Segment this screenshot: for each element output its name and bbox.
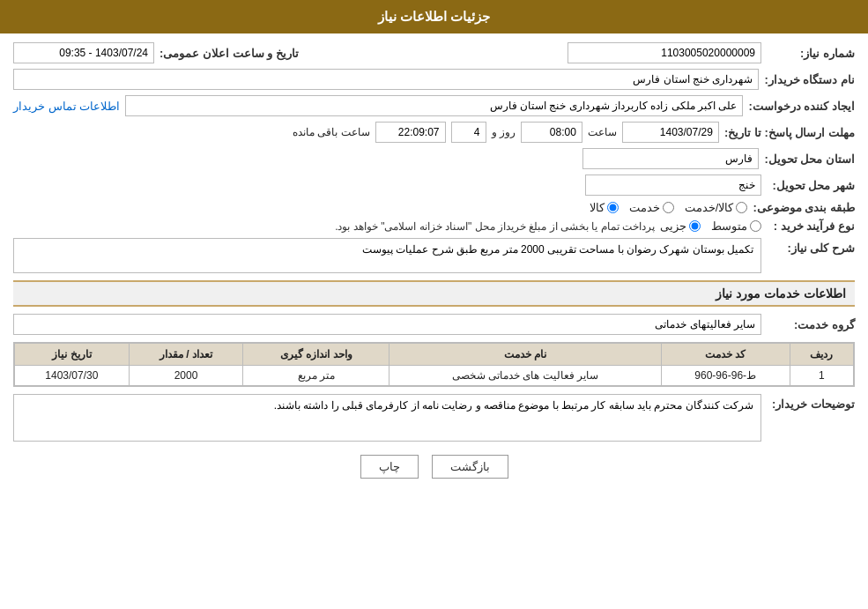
service-group-input <box>13 314 761 335</box>
row-creator: ایجاد کننده درخواست: اطلاعات تماس خریدار <box>13 95 855 116</box>
row-buyer-notes: توضیحات خریدار: شرکت کنندگان محترم باید … <box>13 394 855 442</box>
category-radio-kala-khedmat[interactable] <box>736 202 747 213</box>
category-option-khedmat: خدمت <box>629 201 674 214</box>
city-input <box>585 175 761 196</box>
creator-label: ایجاد کننده درخواست: <box>748 100 855 113</box>
row-category: طبقه بندی موضوعی: کالا/خدمت خدمت کالا <box>13 201 855 214</box>
row-general-desc: شرح کلی نیاز: تکمیل بوستان شهرک رضوان با… <box>13 238 855 273</box>
services-table-container: ردیف کد خدمت نام خدمت واحد اندازه گیری ت… <box>13 342 855 387</box>
cell-name: سایر فعالیت های خدماتی شخصی <box>389 366 661 386</box>
purchase-note: پرداخت تمام یا بخشی از مبلغ خریداز محل "… <box>335 220 655 233</box>
page-header: جزئیات اطلاعات نیاز <box>0 0 868 33</box>
announce-date-label: تاریخ و ساعت اعلان عمومی: <box>160 47 299 60</box>
buyer-notes-label: توضیحات خریدار: <box>767 397 855 411</box>
row-buyer-org: نام دستگاه خریدار: <box>13 69 855 90</box>
category-radio-group: کالا/خدمت خدمت کالا <box>590 201 748 214</box>
row-service-group: گروه خدمت: <box>13 314 855 335</box>
col-header-quantity: تعداد / مقدار <box>129 344 243 366</box>
col-header-code: کد خدمت <box>661 344 790 366</box>
row-deadline: مهلت ارسال پاسخ: تا تاریخ: ساعت روز و سا… <box>13 122 855 143</box>
main-content: شماره نیاز: تاریخ و ساعت اعلان عمومی: نا… <box>0 33 868 501</box>
row-city: شهر محل تحویل: <box>13 175 855 196</box>
province-label: استان محل تحویل: <box>764 152 855 166</box>
cell-row: 1 <box>790 366 853 386</box>
services-section-title: اطلاعات خدمات مورد نیاز <box>13 280 855 307</box>
row-province: استان محل تحویل: <box>13 148 855 169</box>
general-desc-label: شرح کلی نیاز: <box>767 241 855 255</box>
purchase-radio-motavasset[interactable] <box>750 220 761 232</box>
cell-date: 1403/07/30 <box>15 366 130 386</box>
back-button[interactable]: بازگشت <box>432 455 508 479</box>
buyer-notes-textarea[interactable]: شرکت کنندگان محترم باید سابقه کار مرتبط … <box>13 394 761 442</box>
remaining-time-input <box>375 122 446 143</box>
table-row: 1 ط-96-96-960 سایر فعالیت های خدماتی شخص… <box>15 366 854 386</box>
category-label: طبقه بندی موضوعی: <box>753 201 855 214</box>
remaining-label: ساعت باقی مانده <box>293 126 370 138</box>
col-header-unit: واحد اندازه گیری <box>243 344 389 366</box>
button-row: بازگشت چاپ <box>13 455 855 492</box>
time-label: ساعت <box>588 126 617 138</box>
creator-input <box>125 95 743 116</box>
print-button[interactable]: چاپ <box>360 455 419 479</box>
need-number-input[interactable] <box>568 42 761 63</box>
category-option-kala-khedmat: کالا/خدمت <box>685 201 748 214</box>
col-header-date: تاریخ نیاز <box>15 344 130 366</box>
services-table: ردیف کد خدمت نام خدمت واحد اندازه گیری ت… <box>14 343 854 386</box>
row-purchase-type: نوع فرآیند خرید : متوسط جزیی پرداخت تمام… <box>13 219 855 233</box>
purchase-type-label: نوع فرآیند خرید : <box>767 219 855 233</box>
page-title: جزئیات اطلاعات نیاز <box>378 9 490 24</box>
need-number-label: شماره نیاز: <box>767 47 855 60</box>
days-input <box>451 122 486 143</box>
buyer-org-input <box>13 69 759 90</box>
province-input <box>582 148 759 169</box>
category-radio-kala[interactable] <box>607 202 619 213</box>
deadline-time-input <box>521 122 582 143</box>
col-header-name: نام خدمت <box>389 344 661 366</box>
purchase-radio-jozee[interactable] <box>689 220 701 232</box>
purchase-option-motavasset: متوسط <box>711 219 761 233</box>
days-label: روز و <box>492 126 516 138</box>
service-group-label: گروه خدمت: <box>767 318 855 331</box>
purchase-option-jozee: جزیی <box>660 219 701 233</box>
cell-code: ط-96-96-960 <box>661 366 790 386</box>
page-wrapper: جزئیات اطلاعات نیاز شماره نیاز: تاریخ و … <box>0 0 868 609</box>
cell-quantity: 2000 <box>129 366 243 386</box>
announce-date-input <box>13 42 154 63</box>
category-radio-khedmat[interactable] <box>663 202 674 213</box>
cell-unit: متر مربع <box>243 366 389 386</box>
reply-deadline-label: مهلت ارسال پاسخ: تا تاریخ: <box>724 126 855 139</box>
creator-contact-link[interactable]: اطلاعات تماس خریدار <box>13 100 120 113</box>
row-need-number: شماره نیاز: تاریخ و ساعت اعلان عمومی: <box>13 42 855 63</box>
category-option-kala: کالا <box>590 201 619 214</box>
col-header-row: ردیف <box>790 344 853 366</box>
general-desc-textarea[interactable]: تکمیل بوستان شهرک رضوان با مساحت تقریبی … <box>13 238 761 273</box>
deadline-date-input <box>622 122 719 143</box>
buyer-org-label: نام دستگاه خریدار: <box>764 73 855 86</box>
purchase-type-radio-group: متوسط جزیی <box>660 219 761 233</box>
city-label: شهر محل تحویل: <box>767 179 855 192</box>
